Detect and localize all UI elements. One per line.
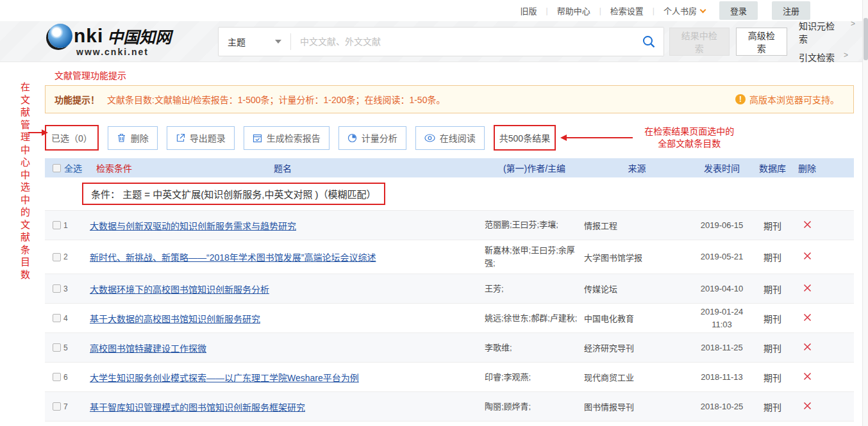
chevron-down-icon [700,6,706,13]
row-number: 5 [63,343,68,352]
row-select-cell: 5 [45,343,81,352]
pie-clock-icon [347,133,357,143]
register-button[interactable]: 注册 [772,1,810,20]
personal-bookroom-menu[interactable]: 个人书房 [664,4,705,17]
metric-analysis-button[interactable]: 计量分析 [338,126,406,150]
column-header-database: 数据库 [754,161,791,174]
row-checkbox[interactable] [53,253,61,261]
row-checkbox[interactable] [53,221,61,229]
row-authors: 王芳; [485,279,584,299]
row-select-cell: 3 [45,284,81,293]
table-row: 8 基于数据科学的知识创新服务应用模式构建研究 曹嘉君;王曰芬; 情报学报 20… [45,422,854,426]
delete-row-icon[interactable] [803,283,812,293]
row-source: 大学图书馆学报 [584,251,690,263]
row-select-cell: 6 [45,373,81,382]
row-source: 中国电化教育 [584,312,690,324]
delete-button[interactable]: 删除 [108,126,158,150]
divider: | [546,6,548,15]
search-scope-select[interactable]: 主题 [219,28,290,56]
results-table: 全选 题名 (第一)作者/主编 来源 发表时间 数据库 删除 检索条件 条件： … [45,158,854,426]
delete-row-icon[interactable] [803,401,812,411]
online-read-button[interactable]: 在线阅读 [415,126,485,150]
generate-report-button[interactable]: 生成检索报告 [244,126,330,150]
citation-search-link[interactable]: 引文检索 > [799,51,855,63]
search-button[interactable] [634,28,664,56]
row-authors: 姚远;徐世东;郝群;卢建秋; [485,308,584,329]
vertical-scrollbar[interactable] [862,0,868,426]
row-checkbox[interactable] [53,373,61,381]
row-publish-date: 2019-05-21 [690,250,754,263]
column-header-delete: 删除 [791,161,823,174]
document-title-link[interactable]: 基于大数据的高校图书馆知识创新服务研究 [90,314,260,324]
column-header-date: 发表时间 [690,161,754,174]
row-number: 3 [63,284,68,293]
notice-label: 功能提示！ [54,93,99,106]
annotation-arrow-left-icon [566,137,633,138]
delete-row-icon[interactable] [803,220,812,229]
row-database: 期刊 [754,250,791,263]
delete-row-icon[interactable] [803,313,812,322]
knowledge-element-search-link[interactable]: 知识元检索 > [799,19,855,45]
document-title-link[interactable]: 大数据环境下的高校图书馆知识创新服务分析 [90,284,269,295]
row-publish-date: 2018-10-25 [690,400,754,413]
document-title-link[interactable]: 大数据与创新双驱动的知识创新服务需求与趋势研究 [90,221,296,231]
row-source: 传媒论坛 [584,283,690,295]
document-title-link[interactable]: 新时代、新挑战、新策略——“2018年学术图书馆发展”高端论坛会议综述 [90,252,376,263]
trash-icon [117,133,126,143]
row-source: 情报工程 [584,219,690,231]
search-input[interactable] [291,28,634,56]
logo-brand-text: nki [74,26,103,45]
row-checkbox[interactable] [53,284,61,293]
row-source: 现代商贸工业 [584,371,690,383]
row-publish-date: 2018-11-25 [690,341,754,354]
document-title-link[interactable]: 高校图书馆特藏建设工作探微 [90,343,206,354]
advanced-search-button[interactable]: 高级检索 [736,28,787,56]
cnki-logo[interactable]: nki 中国知网 www.cnki.net [48,24,208,60]
arrow-right-icon: > [851,19,855,45]
link-old-version[interactable]: 旧版 [521,4,537,17]
search-icon [642,35,656,49]
delete-row-icon[interactable] [803,342,812,352]
main-content: 文献管理功能提示 功能提示！ 文献条目数:文献输出/检索报告：1-500条；计量… [0,69,868,426]
row-number: 2 [63,252,68,261]
table-header-row: 全选 题名 (第一)作者/主编 来源 发表时间 数据库 删除 检索条件 [45,158,854,177]
delete-row-icon[interactable] [803,372,812,381]
link-help-center[interactable]: 帮助中心 [557,4,590,17]
table-row: 1 大数据与创新双驱动的知识创新服务需求与趋势研究 范丽鹏;王曰芬;李壤; 情报… [45,211,854,240]
document-toolbar: 已选（0） 删除 导出题录 生成检索 [45,125,854,151]
row-authors: 范丽鹏;王曰芬;李壤; [485,215,584,235]
select-all-label: 全选 [64,161,82,174]
annotation-tip-title: 文献管理功能提示 [54,69,854,81]
divider: | [653,6,655,15]
cnki-document-manager-page: 旧版 | 帮助中心 | 检索设置 | 个人书房 登录 注册 nki 中国知网 w… [0,0,868,426]
select-all-checkbox[interactable] [53,164,61,172]
annotation-right-note: 在检索结果页面选中的 全部文献条目数 [644,126,734,150]
personal-bookroom-label: 个人书房 [664,4,697,17]
search-condition-row: 条件： 主题 = 中英文扩展(知识创新服务,中英文对照 )（模糊匹配） [45,177,854,211]
link-search-settings[interactable]: 检索设置 [610,4,644,17]
row-select-cell: 2 [45,252,81,261]
logo-chinese-text: 中国知网 [107,24,171,47]
row-database: 期刊 [754,371,791,384]
row-checkbox[interactable] [53,402,61,411]
browser-support-tip: ! 高版本浏览器可支持。 [735,93,844,106]
document-title-link[interactable]: 大学生知识服务创业模式探索——以广东理工学院Weshare平台为例 [90,373,359,383]
export-citation-button[interactable]: 导出题录 [167,126,235,150]
row-number: 1 [63,221,68,230]
row-authors: 印睿;李观燕; [485,367,584,388]
scrollbar-thumb[interactable] [864,18,868,60]
row-publish-date: 2019-04-10 [690,283,754,295]
search-condition-text: 条件： 主题 = 中英文扩展(知识创新服务,中英文对照 )（模糊匹配） [82,183,385,205]
row-checkbox[interactable] [53,314,61,322]
row-authors: 李歌维; [485,338,584,358]
login-button[interactable]: 登录 [719,1,758,20]
row-checkbox[interactable] [53,343,61,352]
row-authors: 陶丽;顾烨青; [485,397,584,417]
notice-text: 文献条目数:文献输出/检索报告：1-500条；计量分析：1-200条；在线阅读：… [107,93,445,106]
row-number: 7 [63,402,68,411]
eye-icon [424,134,435,142]
delete-row-icon[interactable] [803,251,812,261]
document-title-link[interactable]: 基于智库知识管理模式的图书馆知识创新服务框架研究 [90,402,305,413]
row-source: 经济研究导刊 [584,341,690,354]
row-database: 期刊 [754,219,791,232]
